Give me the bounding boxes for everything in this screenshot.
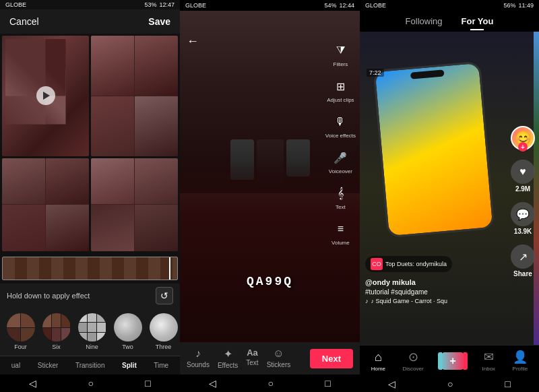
video-thumb-2[interactable] [91,36,178,156]
panel3-recent-btn[interactable]: □ [505,379,510,389]
panel2-home-btn[interactable]: ○ [268,378,274,389]
home-nav-btn[interactable]: ○ [88,378,94,389]
panel2-clip-editor: GLOBE 54% 12:44 QA99Q ← ⧩ Filters [180,0,360,392]
top-duets-bar[interactable]: CO Top Duets: ondymikula [365,256,452,272]
effect-circle-six [42,313,71,341]
effect-item-four[interactable]: Four [5,313,36,350]
panel1-header: Cancel Save [0,9,180,34]
back-nav-btn[interactable]: ◁ [29,378,36,389]
ecn-2 [88,313,96,322]
panel3-home-btn[interactable]: ○ [447,379,453,389]
tab-ual[interactable]: ual [11,362,20,369]
video-info: @ondy mikula #tutorial #squidgame ♪ ♪ Sq… [365,278,505,304]
effect-label-three: Three [156,344,172,350]
video-thumb-3[interactable] [2,158,89,252]
video-description: #tutorial #squidgame [365,288,505,296]
create-button[interactable]: + [441,352,465,370]
creator-avatar-item[interactable]: 😊 + [511,126,535,150]
creator-username[interactable]: @ondy mikula [365,278,505,286]
tab-text[interactable]: Aa Text [246,348,258,369]
panel2-back-btn[interactable]: ◁ [209,378,216,389]
tool-volume[interactable]: ≡ Volume [331,220,350,246]
tab-stickers[interactable]: ☺ Stickers [267,348,291,369]
panel3-battery: 56% [503,2,515,9]
tab-transition-label: Transition [75,362,105,369]
thumb-cell-10 [135,158,178,205]
panel2-recent-btn[interactable]: □ [325,378,330,389]
music-note-icon: ♪ [365,298,369,304]
panel3-status-bar: GLOBE 56% 11:49 [360,0,539,11]
save-button[interactable]: Save [148,16,170,27]
tab-split-label: Split [122,362,137,369]
tab-transition[interactable]: Transition [75,362,105,369]
tool-adjust-clips[interactable]: ⊞ Adjust clips [327,77,354,103]
recent-nav-btn[interactable]: □ [145,378,150,389]
nav-create[interactable]: + [441,352,465,370]
play-icon[interactable] [36,86,55,105]
effect-gray [114,313,142,341]
nav-profile[interactable]: 👤 Profile [513,350,528,372]
effect-item-two[interactable]: Two [113,313,143,350]
thumb-girls-content [91,36,178,156]
share-button[interactable]: ↗ Share [511,244,535,277]
eci-3 [7,328,21,342]
panel3-bottom-nav: ⌂ Home ⊙ Discover + ✉ Inbox 👤 Profile [360,345,539,376]
follow-button[interactable]: + [518,142,528,152]
undo-button[interactable]: ↺ [156,287,173,304]
tab-split[interactable]: Split [122,362,137,369]
panel3-tiktok-feed: GLOBE 56% 11:49 Following For You 7:22 [360,0,539,392]
tab-for-you[interactable]: For You [452,13,503,29]
timeline-strip[interactable] [2,257,178,280]
tab-time[interactable]: Time [154,362,168,369]
tool-filters[interactable]: ⧩ Filters [331,41,350,67]
effect-item-nine[interactable]: Nine [77,313,107,350]
video-thumb-4[interactable] [91,158,178,252]
panel2-system-nav: ◁ ○ □ [180,374,360,392]
nav-discover[interactable]: ⊙ Discover [403,350,424,372]
tool-voice-effects[interactable]: 🎙 Voice effects [325,112,356,139]
panel3-back-btn[interactable]: ◁ [388,379,395,389]
voiceover-icon: 🎤 [331,148,350,167]
tab-sticker[interactable]: Sticker [38,362,59,369]
tab-following[interactable]: Following [396,13,452,29]
ecn-6 [97,323,106,331]
music-text: ♪ Squid Game - Carrot · Squ [371,298,448,304]
eci-2 [21,313,35,327]
nav-inbox[interactable]: ✉ Inbox [482,350,496,372]
thumb-cell-1 [91,36,134,96]
comment-icon: 💬 [511,202,535,226]
tool-voice-label: Voice effects [325,133,356,139]
tab-effects[interactable]: ✦ Effects [218,348,238,369]
thumb-cell-5 [2,158,45,205]
timeline-playhead [169,257,170,280]
effect-item-six[interactable]: Six [41,313,71,350]
effect-hint-bar: Hold down to apply effect ↺ [0,284,180,308]
panel3-time: 11:49 [518,2,534,9]
like-button[interactable]: ♥ 2.9M [511,160,535,193]
timeline-area[interactable] [0,253,180,284]
ecn-4 [78,323,87,331]
panel2-video-area: QA99Q ← ⧩ Filters ⊞ Adjust clips 🎙 Voice… [180,11,360,342]
effect-circle-four [7,313,35,341]
text-overlay: QA99Q [247,275,293,288]
tool-text[interactable]: 𝄞 Text [331,184,350,210]
panel2-tools: ⧩ Filters ⊞ Adjust clips 🎙 Voice effects… [321,34,360,253]
nav-home[interactable]: ⌂ Home [371,350,385,372]
panel1-status-right: 53% 12:47 [144,1,175,8]
effect-item-three[interactable]: Three [148,313,179,350]
video-thumb-1[interactable] [2,36,89,156]
ecs-6 [61,328,70,342]
effect-label-four: Four [14,344,27,350]
back-button[interactable]: ← [187,34,199,48]
effect-label-six: Six [52,344,61,350]
tool-voiceover-label: Voiceover [329,168,352,174]
comment-button[interactable]: 💬 13.9K [511,202,535,235]
effect-label-nine: Nine [86,344,98,350]
next-button[interactable]: Next [310,349,353,368]
panel2-tabs: ♪ Sounds ✦ Effects Aa Text ☺ Stickers [187,348,290,369]
cancel-button[interactable]: Cancel [9,16,39,27]
tab-sounds[interactable]: ♪ Sounds [187,348,210,369]
inbox-icon: ✉ [484,350,494,364]
phone-in-hand [373,61,495,238]
tool-voiceover[interactable]: 🎤 Voiceover [329,148,352,174]
